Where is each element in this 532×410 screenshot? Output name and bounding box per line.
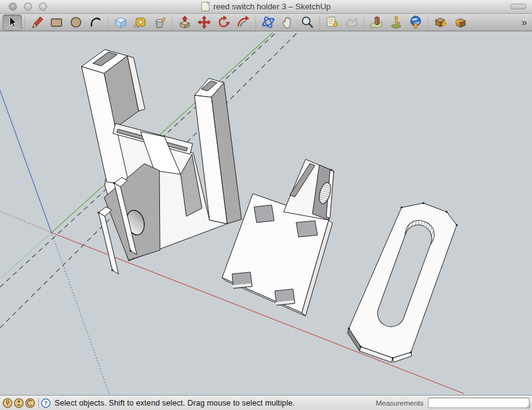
- toggle-terrain-icon: [344, 14, 359, 30]
- status-message: Select objects. Shift to extend select. …: [55, 399, 295, 407]
- tool-add-location-button[interactable]: [322, 14, 342, 31]
- minimize-button[interactable]: [24, 3, 32, 11]
- toolbar-separator: [172, 16, 173, 29]
- toolbar-separator: [364, 16, 364, 29]
- make-component-icon: [113, 14, 129, 30]
- toolbar-toggle-button[interactable]: [510, 4, 526, 9]
- tool-orbit-button[interactable]: [258, 14, 278, 31]
- orbit-icon: [260, 14, 276, 30]
- tool-toggle-terrain-button[interactable]: [342, 14, 361, 31]
- arc-icon: [88, 14, 104, 30]
- tool-circle-button[interactable]: [66, 14, 86, 31]
- titlebar[interactable]: reed switch holder 3 – SketchUp: [0, 0, 532, 14]
- share-model-icon: [452, 14, 468, 30]
- paint-bucket-icon: [152, 14, 168, 30]
- tool-place-model-button[interactable]: [386, 14, 406, 31]
- tool-rotate-button[interactable]: [214, 14, 233, 31]
- claim-credit-status-icon[interactable]: [25, 398, 35, 408]
- tool-zoom-button[interactable]: [297, 14, 317, 31]
- tool-tape-measure-button[interactable]: [130, 14, 150, 31]
- pencil-icon: [29, 14, 45, 30]
- tool-offset-button[interactable]: [233, 14, 253, 31]
- statusbar-divider: [38, 398, 39, 408]
- sketchup-window: reed switch holder 3 – SketchUp: [0, 0, 532, 410]
- tool-push-pull-button[interactable]: [175, 14, 194, 31]
- pan-hand-icon: [280, 14, 295, 30]
- tool-paint-bucket-button[interactable]: [150, 14, 169, 31]
- viewport-3d[interactable]: [0, 31, 532, 395]
- tool-photo-textures-button[interactable]: [367, 14, 386, 31]
- tool-move-button[interactable]: [194, 14, 214, 31]
- toolbar: »: [0, 14, 532, 31]
- tool-get-models-button[interactable]: [431, 14, 450, 31]
- select-arrow-icon: [4, 14, 20, 30]
- measurements-label: Measurements: [376, 399, 423, 407]
- tool-rectangle-button[interactable]: [47, 14, 66, 31]
- toolbar-overflow-chevron[interactable]: »: [521, 14, 529, 31]
- statusbar: ? Select objects. Shift to extend select…: [0, 395, 532, 410]
- zoom-button[interactable]: [39, 3, 47, 11]
- tool-pan-button[interactable]: [278, 14, 297, 31]
- geolocation-status-icon[interactable]: [3, 398, 13, 408]
- tool-google-earth-button[interactable]: [406, 14, 425, 31]
- move-icon: [196, 14, 212, 30]
- magnifier-icon: [299, 14, 315, 30]
- window-title: reed switch holder 3 – SketchUp: [213, 2, 331, 11]
- close-button[interactable]: [9, 3, 17, 11]
- rotate-icon: [216, 14, 231, 30]
- credits-status-icon[interactable]: [14, 398, 24, 408]
- tool-select-button[interactable]: [3, 14, 22, 31]
- help-instructor-icon[interactable]: ?: [41, 398, 51, 408]
- model-canvas: [0, 31, 532, 395]
- tool-arc-button[interactable]: [86, 14, 105, 31]
- get-models-icon: [433, 14, 449, 30]
- tape-measure-icon: [132, 14, 148, 30]
- rectangle-icon: [49, 14, 65, 30]
- resize-grip[interactable]: [524, 402, 531, 409]
- circle-icon: [68, 14, 84, 30]
- tool-line-button[interactable]: [28, 14, 47, 31]
- tool-share-model-button[interactable]: [450, 14, 470, 31]
- place-model-icon: [388, 14, 404, 30]
- document-proxy-icon: [201, 2, 210, 11]
- toolbar-separator: [24, 16, 25, 29]
- toolbar-separator: [428, 16, 428, 29]
- toolbar-separator: [319, 16, 320, 29]
- toolbar-separator: [108, 16, 109, 29]
- traffic-lights: [9, 3, 47, 11]
- measurements-input[interactable]: [428, 397, 529, 408]
- push-pull-icon: [177, 14, 193, 30]
- toolbar-separator: [255, 16, 256, 29]
- tool-make-component-button[interactable]: [111, 14, 130, 31]
- google-earth-icon: [408, 14, 423, 30]
- svg-text:?: ?: [44, 399, 48, 406]
- photo-textures-icon: [369, 14, 385, 30]
- add-location-icon: [324, 14, 340, 30]
- offset-icon: [235, 14, 251, 30]
